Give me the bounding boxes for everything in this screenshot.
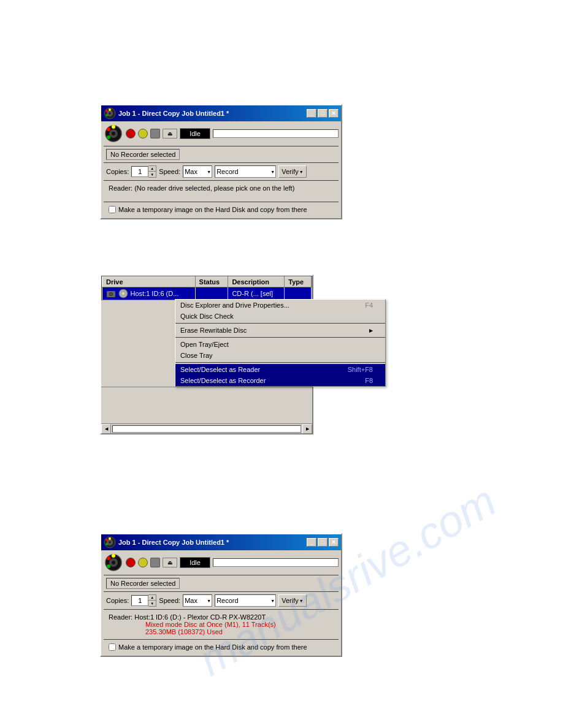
menu-select-recorder[interactable]: Select/Deselect as Recorder F8 xyxy=(175,375,385,386)
no-recorder-row: No Recorder selected xyxy=(104,148,339,161)
menu-item-label: Open Tray/Eject xyxy=(180,341,229,348)
copies-input3[interactable]: 1 xyxy=(131,595,148,606)
temp-image-checkbox3[interactable] xyxy=(109,643,116,651)
menu-close-tray[interactable]: Close Tray xyxy=(175,350,385,361)
record-button3[interactable] xyxy=(126,558,136,567)
speed-select[interactable]: Max xyxy=(183,165,212,178)
menu-shortcut: Shift+F8 xyxy=(348,366,373,373)
menu-item-label: Select/Deselect as Recorder xyxy=(180,377,266,384)
menu-item-label: Disc Explorer and Drive Properties... xyxy=(180,301,289,309)
spin-down3[interactable]: ▼ xyxy=(148,601,156,606)
window2: Drive Status Description Type xyxy=(100,275,313,434)
reader-info-row3: Reader: Host:1 ID:6 (D:) - Plextor CD-R … xyxy=(104,611,339,638)
menu-select-reader[interactable]: Select/Deselect as Reader Shift+F8 xyxy=(175,364,385,375)
svg-point-8 xyxy=(112,132,115,135)
stop-button[interactable] xyxy=(150,129,160,138)
speed-select3[interactable]: Max xyxy=(183,594,212,607)
maximize-button[interactable]: □ xyxy=(318,109,327,118)
separator4 xyxy=(104,202,339,202)
svg-point-10 xyxy=(112,125,115,129)
svg-point-3 xyxy=(105,110,108,112)
checkbox-row3: Make a temporary image on the Hard Disk … xyxy=(104,641,339,653)
action-select[interactable]: Record xyxy=(215,165,276,178)
window3-title: Job 1 - Direct Copy Job Untitled1 * xyxy=(118,539,229,546)
svg-point-16 xyxy=(122,292,124,295)
temp-image-checkbox[interactable] xyxy=(109,206,116,213)
drive-cell: Host:1 ID:6 (D... xyxy=(102,287,196,300)
svg-point-22 xyxy=(105,543,108,545)
progress-bar3 xyxy=(213,558,339,567)
spin-up3[interactable]: ▲ xyxy=(148,595,156,601)
menu-quick-disc-check[interactable]: Quick Disc Check xyxy=(175,311,385,322)
app-logo3 xyxy=(104,553,123,572)
spin-down[interactable]: ▼ xyxy=(148,172,156,177)
titlebar-controls3: _ □ ✕ xyxy=(307,538,339,547)
copies-label3: Copies: xyxy=(106,597,129,604)
speed-select-wrapper3: Max xyxy=(183,594,212,607)
svg-point-9 xyxy=(107,127,110,131)
reader-detail1: Mixed mode Disc at Once (M1), 11 Track(s… xyxy=(109,621,276,628)
col-type: Type xyxy=(285,277,312,287)
spin-up[interactable]: ▲ xyxy=(148,166,156,172)
record-button[interactable] xyxy=(126,129,136,138)
window3: Job 1 - Direct Copy Job Untitled1 * _ □ … xyxy=(100,533,342,657)
eject-button3[interactable]: ⏏ xyxy=(163,558,177,567)
col-drive: Drive xyxy=(102,277,196,287)
no-recorder-label3: No Recorder selected xyxy=(106,578,180,589)
window3-content: ⏏ Idle No Recorder selected Copies: 1 ▲ … xyxy=(101,550,341,656)
app-icon3 xyxy=(104,536,116,548)
speed-select-wrapper: Max xyxy=(183,165,212,178)
drive-icon xyxy=(106,289,116,298)
speed-label: Speed: xyxy=(159,168,180,175)
toolbar-row3: ⏏ Idle xyxy=(104,553,339,572)
separator4-3 xyxy=(104,639,339,640)
action-select-wrapper: Record xyxy=(215,165,276,178)
verify-button[interactable]: Verify xyxy=(278,165,306,178)
close-button[interactable]: ✕ xyxy=(329,109,339,118)
scrollbar-track[interactable] xyxy=(112,425,301,433)
window3-titlebar: Job 1 - Direct Copy Job Untitled1 * _ □ … xyxy=(101,534,341,550)
svg-point-28 xyxy=(107,564,110,568)
svg-point-20 xyxy=(105,539,108,541)
window2-content: Drive Status Description Type xyxy=(101,276,312,433)
scroll-right[interactable]: ▶ xyxy=(302,424,312,434)
minimize-button3[interactable]: _ xyxy=(307,538,316,547)
menu-open-tray[interactable]: Open Tray/Eject xyxy=(175,339,385,350)
drive-table-container: Drive Status Description Type xyxy=(101,276,312,300)
copies-spinner[interactable]: 1 ▲ ▼ xyxy=(131,165,156,178)
separator1-3 xyxy=(104,575,339,575)
menu-item-label: Quick Disc Check xyxy=(180,313,234,320)
table-row[interactable]: Host:1 ID:6 (D... CD-R (... [sel] xyxy=(102,287,312,300)
reader-info-row: Reader: (No reader drive selected, pleas… xyxy=(104,182,339,200)
pause-button3[interactable] xyxy=(138,558,148,567)
minimize-button[interactable]: _ xyxy=(307,109,316,118)
scroll-left[interactable]: ◀ xyxy=(101,424,111,434)
speed-label3: Speed: xyxy=(159,597,180,604)
desc-cell: CD-R (... [sel] xyxy=(228,287,285,300)
submenu-arrow: ▶ xyxy=(369,328,373,333)
reader-value3: Host:1 ID:6 (D:) - Plextor CD-R PX-W8220… xyxy=(134,613,266,621)
menu-erase-rewritable[interactable]: Erase Rewritable Disc ▶ xyxy=(175,325,385,336)
svg-point-25 xyxy=(112,561,115,564)
svg-point-4 xyxy=(109,108,111,111)
idle-status3: Idle xyxy=(180,557,210,568)
window1-content: ⏏ Idle No Recorder selected Copies: 1 ▲ … xyxy=(101,121,341,218)
form-row: Copies: 1 ▲ ▼ Speed: Max Record Verify xyxy=(104,164,339,179)
action-select3[interactable]: Record xyxy=(215,594,276,607)
menu-disc-explorer[interactable]: Disc Explorer and Drive Properties... F4 xyxy=(175,300,385,311)
no-recorder-label: No Recorder selected xyxy=(106,149,180,160)
svg-point-5 xyxy=(105,114,108,116)
stop-button3[interactable] xyxy=(150,558,160,567)
separator2-3 xyxy=(104,591,339,592)
toolbar-row: ⏏ Idle xyxy=(104,124,339,143)
copies-label: Copies: xyxy=(106,168,129,175)
close-button3[interactable]: ✕ xyxy=(329,538,339,547)
pause-button[interactable] xyxy=(138,129,148,138)
copies-input[interactable]: 1 xyxy=(131,166,148,177)
eject-button[interactable]: ⏏ xyxy=(163,129,177,138)
idle-status: Idle xyxy=(180,128,210,139)
verify-button3[interactable]: Verify xyxy=(278,594,306,607)
reader-label3: Reader: xyxy=(109,613,132,621)
maximize-button3[interactable]: □ xyxy=(318,538,327,547)
copies-spinner3[interactable]: 1 ▲ ▼ xyxy=(131,594,156,607)
